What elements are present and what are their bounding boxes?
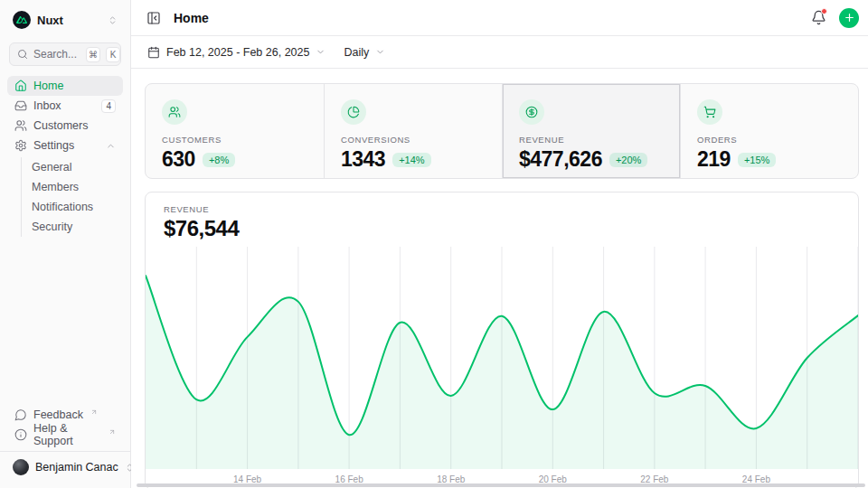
help-support-link[interactable]: Help & Support [7, 425, 123, 445]
chevron-down-icon [375, 47, 385, 57]
stat-value: 1343 [341, 147, 385, 172]
chart-canvas [146, 247, 858, 469]
sidebar-item-label: Home [33, 80, 63, 92]
page-header: Home [131, 0, 868, 36]
sidebar-item-label: Settings [33, 139, 74, 152]
chart-metric-label: REVENUE [164, 204, 840, 214]
side-link-label: Help & Support [33, 422, 101, 447]
settings-subnav: General Members Notifications Security [21, 157, 123, 237]
sidebar-footer: Feedback Help & Support Benjamin Canac [7, 405, 123, 481]
stat-value: 219 [697, 147, 731, 172]
user-avatar [13, 459, 29, 475]
inbox-count-badge: 4 [101, 99, 116, 113]
pie-chart-icon [341, 99, 366, 125]
dollar-circle-icon [519, 99, 544, 125]
info-circle-icon [14, 428, 27, 441]
notifications-button[interactable] [807, 6, 830, 30]
delta-badge: +8% [203, 153, 235, 167]
user-name: Benjamin Canac [35, 461, 118, 474]
chevron-down-icon [316, 47, 326, 57]
external-link-icon [90, 408, 98, 416]
sidebar-item-home[interactable]: Home [7, 76, 123, 96]
stat-card-conversions[interactable]: CONVERSIONS 1343 +14% [324, 84, 502, 178]
sidebar-item-security[interactable]: Security [24, 217, 123, 237]
sidebar-item-inbox[interactable]: Inbox 4 [7, 96, 123, 116]
workspace-name: Nuxt [37, 14, 63, 27]
sidebar-subitem-label: Members [32, 181, 79, 193]
stat-label: REVENUE [519, 135, 664, 145]
stat-value: 630 [162, 147, 195, 172]
stat-label: ORDERS [697, 135, 842, 145]
kbd-k: K [106, 47, 120, 62]
stat-value: $477,626 [519, 147, 602, 172]
sidebar-item-members[interactable]: Members [24, 177, 123, 197]
date-range-label: Feb 12, 2025 - Feb 26, 2025 [166, 46, 309, 59]
granularity-select[interactable]: Daily [344, 46, 385, 59]
sidebar-item-label: Inbox [33, 99, 61, 112]
stat-card-revenue[interactable]: REVENUE $477,626 +20% [502, 84, 680, 178]
sidebar-item-label: Customers [33, 119, 88, 132]
gear-icon [14, 139, 27, 152]
search-input[interactable] [33, 48, 80, 61]
nuxt-logo-icon [13, 11, 31, 29]
stat-label: CUSTOMERS [162, 135, 307, 145]
calendar-icon [147, 46, 160, 59]
cart-icon [697, 99, 722, 125]
kbd-cmd: ⌘ [86, 47, 100, 62]
granularity-label: Daily [344, 46, 369, 59]
chart-metric-value: $76,544 [164, 216, 840, 241]
filters-toolbar: Feb 12, 2025 - Feb 26, 2025 Daily [131, 36, 868, 69]
sidebar-subitem-label: Security [32, 221, 72, 233]
search-icon [17, 49, 28, 60]
chevrons-up-down-icon [108, 15, 118, 25]
external-link-icon [108, 428, 116, 436]
stats-row: CUSTOMERS 630 +8% CONVERSIONS 1343 +14% … [145, 83, 859, 179]
sidebar-item-general[interactable]: General [24, 157, 123, 177]
chart-header: REVENUE $76,544 [146, 192, 858, 241]
delta-badge: +15% [738, 153, 776, 167]
revenue-chart-card: REVENUE $76,544 14 Feb16 Feb18 Feb20 Feb… [145, 192, 859, 488]
user-menu[interactable]: Benjamin Canac [0, 451, 130, 481]
workspace-selector[interactable]: Nuxt [7, 7, 123, 33]
date-range-button[interactable]: Feb 12, 2025 - Feb 26, 2025 [147, 46, 326, 59]
sidebar: Nuxt ⌘ K Home Inbox 4 [0, 0, 131, 488]
sidebar-nav: Home Inbox 4 Customers Settings Genera [7, 76, 123, 237]
main-panel: Home Feb 12, 2025 - Feb 26, 2025 Daily [131, 0, 868, 488]
add-button[interactable] [839, 8, 859, 28]
inbox-icon [14, 99, 27, 112]
stat-label: CONVERSIONS [341, 135, 486, 145]
panel-left-close-icon [146, 11, 161, 25]
chat-bubble-icon [14, 408, 27, 421]
home-icon [14, 80, 27, 92]
side-link-label: Feedback [33, 408, 83, 421]
plus-icon [844, 12, 855, 23]
users-icon [14, 119, 27, 132]
delta-badge: +14% [392, 153, 430, 167]
users-icon [162, 99, 187, 125]
delta-badge: +20% [609, 153, 647, 167]
sidebar-item-settings[interactable]: Settings [7, 136, 123, 155]
search-field[interactable]: ⌘ K [9, 42, 121, 66]
sidebar-subitem-label: Notifications [32, 201, 93, 213]
stat-card-customers[interactable]: CUSTOMERS 630 +8% [146, 84, 324, 178]
chevron-up-icon [106, 141, 116, 151]
sidebar-item-notifications[interactable]: Notifications [24, 197, 123, 217]
page-title: Home [174, 11, 209, 25]
sidebar-item-customers[interactable]: Customers [7, 116, 123, 136]
revenue-area-chart[interactable] [146, 247, 858, 469]
collapse-sidebar-button[interactable] [142, 6, 165, 30]
sidebar-subitem-label: General [32, 161, 71, 174]
notification-dot [821, 8, 827, 14]
stat-card-orders[interactable]: ORDERS 219 +15% [680, 84, 858, 178]
horizontal-scrollbar[interactable] [137, 483, 865, 487]
